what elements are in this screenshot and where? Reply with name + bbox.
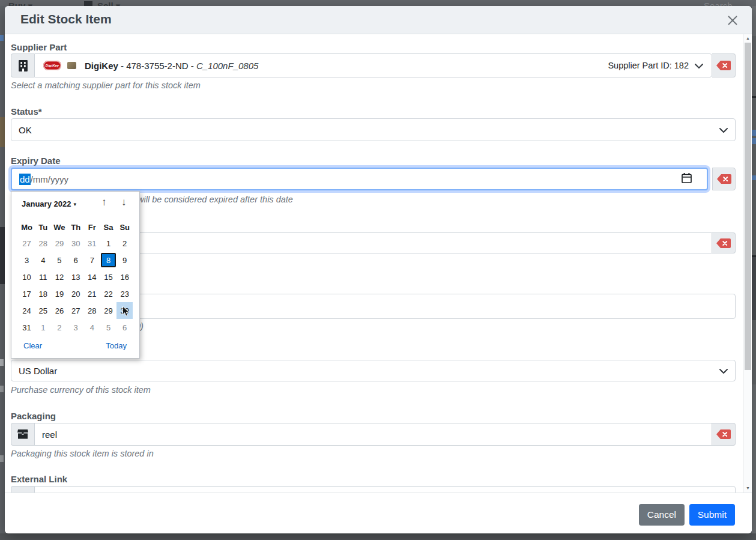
calendar-day[interactable]: 2 [116, 235, 133, 252]
calendar-day[interactable]: 4 [35, 252, 51, 268]
modal-header: Edit Stock Item [5, 6, 752, 34]
modal-title: Edit Stock Item [20, 12, 112, 26]
calendar-day[interactable]: 8 [101, 253, 116, 267]
calendar-day[interactable]: 31 [19, 319, 35, 336]
scroll-up-arrow[interactable]: ▲ [744, 34, 752, 43]
calendar-day[interactable]: 21 [84, 285, 100, 302]
background-nav-sell: Sell ▾ [97, 1, 120, 6]
calendar-weekday: Th [68, 222, 84, 232]
submit-button[interactable]: Submit [689, 504, 735, 526]
supplier-part-id-badge: Supplier Part ID: 182 [608, 61, 689, 70]
packaging-input[interactable]: reel [34, 423, 712, 446]
occluded-field-1-clear-button[interactable] [712, 232, 736, 253]
supplier-part-help: Select a matching supplier part for this… [11, 80, 201, 90]
next-month-arrow-icon[interactable]: ↓ [121, 196, 127, 208]
supplier-sku: - 478-3755-2-ND - [118, 61, 196, 71]
box-icon [11, 423, 34, 446]
status-group: OK [11, 118, 736, 141]
background-nav-icon [84, 1, 92, 6]
previous-month-arrow-icon[interactable]: ↑ [101, 196, 107, 208]
external-link-input[interactable] [34, 486, 736, 493]
calendar-day[interactable]: 24 [19, 302, 35, 319]
status-select[interactable]: OK [11, 118, 736, 141]
calendar-day[interactable]: 1 [100, 235, 116, 252]
calendar-day[interactable]: 29 [51, 235, 67, 252]
calendar-day[interactable]: 28 [84, 302, 100, 319]
calendar-grid: 2728293031123456789101112131415161718192… [19, 235, 133, 336]
background-right-strip [752, 6, 756, 533]
calendar-day[interactable]: 5 [51, 252, 67, 268]
modal-footer: Cancel Submit [5, 493, 752, 533]
scroll-down-arrow[interactable]: ▼ [744, 484, 752, 493]
calendar-day[interactable]: 7 [84, 252, 100, 268]
expiry-date-label: Expiry Date [11, 156, 61, 166]
currency-help: Purchase currency of this stock item [11, 385, 151, 395]
month-caret-icon: ▾ [73, 201, 76, 207]
status-label: Status* [11, 106, 42, 117]
background-navbar: Buy ▾ Sell ▾ Search [0, 0, 756, 6]
calendar-day[interactable]: 29 [100, 302, 116, 319]
calendar-day[interactable]: 27 [19, 235, 35, 252]
date-segment-day: dd [19, 174, 31, 185]
calendar-icon[interactable] [681, 172, 692, 186]
calendar-day[interactable]: 3 [68, 319, 84, 336]
expiry-date-group: dd/mm/yyyy [11, 168, 736, 190]
background-bottom-strip [0, 533, 756, 540]
calendar-day[interactable]: 19 [51, 285, 67, 302]
calendar-day[interactable]: 20 [68, 285, 84, 302]
edit-stock-item-modal: Edit Stock Item Supplier Part DigiKey Di… [5, 6, 752, 533]
calendar-day[interactable]: 11 [35, 268, 51, 285]
close-icon[interactable] [727, 14, 739, 26]
currency-value: US Dollar [19, 366, 57, 376]
supplier-clear-button[interactable] [712, 53, 736, 77]
chevron-down-icon [719, 366, 728, 376]
calendar-day[interactable]: 9 [116, 252, 133, 268]
calendar-day[interactable]: 2 [51, 319, 67, 336]
currency-select[interactable]: US Dollar [11, 360, 736, 381]
calendar-day[interactable]: 22 [100, 285, 116, 302]
calendar-day[interactable]: 5 [100, 319, 116, 336]
building-icon [11, 53, 34, 77]
packaging-help: Packaging this stock item is stored in [11, 449, 154, 458]
calendar-day[interactable]: 27 [68, 302, 84, 319]
calendar-weekday: Mo [19, 222, 35, 232]
calendar-today-link[interactable]: Today [106, 341, 127, 350]
calendar-day[interactable]: 30 [68, 235, 84, 252]
calendar-day[interactable]: 4 [84, 319, 100, 336]
modal-scrollbar[interactable]: ▲ ▼ [743, 34, 751, 493]
supplier-part-select[interactable]: DigiKey DigiKey - 478-3755-2-ND - C_100n… [34, 53, 712, 77]
calendar-day[interactable]: 17 [19, 285, 35, 302]
modal-body: Supplier Part DigiKey DigiKey - 478-3755… [5, 34, 752, 493]
calendar-day[interactable]: 15 [100, 268, 116, 285]
calendar-day[interactable]: 12 [51, 268, 67, 285]
calendar-day[interactable]: 13 [68, 268, 84, 285]
calendar-month-selector[interactable]: January 2022▾ [22, 199, 76, 208]
calendar-day[interactable]: 6 [68, 252, 84, 268]
calendar-day[interactable]: 14 [84, 268, 100, 285]
packaging-clear-button[interactable] [712, 423, 736, 446]
expiry-clear-button[interactable] [712, 168, 736, 190]
scrollbar-thumb[interactable] [745, 43, 751, 370]
calendar-weekday: Tu [35, 222, 51, 232]
calendar-day[interactable]: 28 [35, 235, 51, 252]
status-value: OK [19, 125, 32, 135]
calendar-clear-link[interactable]: Clear [23, 341, 42, 350]
date-picker-popup: January 2022▾ ↑ ↓ MoTuWeThFrSaSu 2728293… [11, 191, 140, 359]
packaging-value: reel [42, 429, 57, 440]
calendar-day[interactable]: 18 [35, 285, 51, 302]
calendar-day[interactable]: 6 [116, 319, 133, 336]
calendar-weekday: Sa [100, 222, 116, 232]
external-link-label: External Link [11, 474, 67, 484]
calendar-day[interactable]: 31 [84, 235, 100, 252]
calendar-day[interactable]: 3 [19, 252, 35, 268]
cancel-button[interactable]: Cancel [639, 504, 685, 526]
external-link-group [11, 486, 736, 493]
calendar-day[interactable]: 25 [35, 302, 51, 319]
calendar-weekday: We [51, 222, 67, 232]
calendar-day[interactable]: 10 [19, 268, 35, 285]
calendar-day[interactable]: 23 [116, 285, 133, 302]
expiry-date-input[interactable]: dd/mm/yyyy [11, 168, 708, 190]
calendar-day[interactable]: 26 [51, 302, 67, 319]
calendar-day[interactable]: 16 [116, 268, 133, 285]
calendar-day[interactable]: 1 [35, 319, 51, 336]
